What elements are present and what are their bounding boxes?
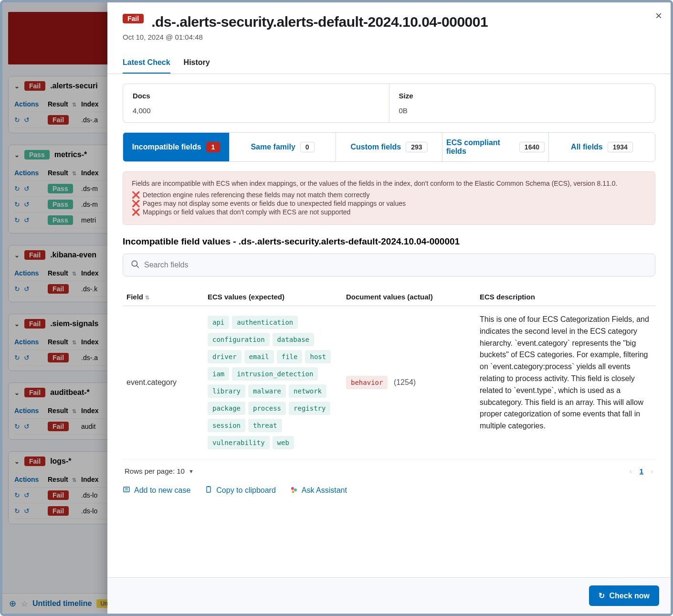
ecs-value-tag: threat [248, 419, 282, 432]
field-filter-tab[interactable]: Incompatible fields1 [123, 133, 230, 161]
stats-panel: Docs 4,000 Size 0B [123, 84, 655, 123]
pill-count: 0 [300, 142, 315, 152]
x-icon: ❌ [132, 191, 140, 199]
col-ecs-description: ECS description [476, 288, 655, 306]
field-filter-tab[interactable]: Custom fields293 [336, 133, 442, 161]
col-ecs-values: ECS values (expected) [204, 288, 342, 306]
pill-count: 1640 [519, 142, 545, 152]
field-name: event.category [123, 306, 204, 459]
flyout-panel: × Fail .ds-.alerts-security.alerts-defau… [107, 2, 671, 614]
check-now-button[interactable]: ↻ Check now [589, 585, 659, 606]
section-title: Incompatible field values - .ds-.alerts-… [123, 236, 655, 247]
callout-intro: Fields are incompatible with ECS when in… [132, 180, 646, 187]
doc-value-badge: behavior [346, 376, 388, 389]
ecs-value-tag: web [273, 436, 294, 449]
callout-item: ❌Mappings or field values that don't com… [132, 208, 646, 216]
action-row: Add to new case Copy to clipboard Ask As… [123, 483, 655, 495]
svg-rect-2 [124, 487, 129, 492]
ecs-description: This is one of four ECS Categorization F… [480, 314, 652, 432]
ecs-value-tag: process [248, 402, 286, 415]
ecs-value-tag: configuration [208, 333, 270, 346]
timestamp: Oct 10, 2024 @ 01:04:48 [123, 33, 655, 41]
col-field[interactable]: Field⇅ [123, 288, 204, 306]
x-icon: ❌ [132, 200, 140, 207]
doc-value-count: (1254) [394, 378, 416, 386]
docs-label: Docs [133, 92, 379, 100]
status-badge: Fail [123, 14, 144, 23]
clipboard-icon [205, 486, 212, 495]
ecs-value-tag: vulnerability [208, 436, 270, 449]
flyout-title: .ds-.alerts-security.alerts-default-2024… [151, 14, 488, 30]
ecs-value-tag: authentication [232, 316, 298, 329]
svg-point-7 [291, 487, 294, 490]
callout-item: ❌Pages may not display some events or fi… [132, 200, 646, 207]
svg-rect-6 [208, 486, 210, 487]
field-filter-tab[interactable]: Same family0 [230, 133, 336, 161]
add-to-case-button[interactable]: Add to new case [123, 486, 190, 495]
svg-line-1 [137, 266, 139, 268]
size-value: 0B [399, 106, 646, 115]
pill-count: 293 [406, 142, 427, 152]
tab-history[interactable]: History [184, 53, 210, 74]
field-category-tabs: Incompatible fields1Same family0Custom f… [123, 132, 655, 162]
refresh-icon: ↻ [599, 591, 605, 600]
ecs-value-tag: api [208, 316, 229, 329]
case-icon [123, 486, 130, 495]
page-prev[interactable]: ‹ [630, 467, 632, 475]
search-fields[interactable] [123, 254, 655, 276]
ecs-value-tag: intrusion_detection [232, 367, 318, 381]
field-filter-tab[interactable]: All fields1934 [549, 133, 655, 161]
x-icon: ❌ [132, 208, 140, 216]
ecs-value-tag: session [208, 419, 245, 432]
ecs-value-tag: network [289, 384, 326, 398]
svg-point-9 [292, 490, 294, 493]
docs-value: 4,000 [133, 106, 379, 115]
pill-count: 1934 [608, 142, 633, 152]
field-filter-tab[interactable]: ECS compliant fields1640 [442, 133, 549, 161]
ecs-value-tag: email [244, 350, 274, 363]
ecs-value-tag: driver [208, 350, 242, 363]
copy-clipboard-button[interactable]: Copy to clipboard [205, 486, 276, 495]
ecs-value-tag: registry [289, 402, 330, 415]
svg-point-0 [132, 261, 137, 266]
page-next[interactable]: › [651, 467, 653, 475]
chevron-down-icon: ▼ [189, 468, 194, 474]
incompatible-callout: Fields are incompatible with ECS when in… [123, 171, 655, 225]
ask-assistant-button[interactable]: Ask Assistant [290, 486, 347, 495]
page-current[interactable]: 1 [640, 467, 643, 475]
col-doc-values: Document values (actual) [342, 288, 476, 306]
ecs-value-tag: library [208, 384, 245, 398]
ecs-value-tag: package [208, 402, 245, 415]
search-input[interactable] [144, 261, 647, 269]
sort-icon: ⇅ [145, 295, 149, 300]
search-icon [131, 260, 139, 270]
rows-per-page[interactable]: Rows per page: 10 ▼ [125, 467, 194, 475]
ecs-value-tag: database [273, 333, 314, 346]
ecs-value-tag: file [277, 350, 303, 363]
ecs-values-cell: apiauthenticationconfigurationdatabasedr… [208, 314, 338, 451]
fields-table: Field⇅ ECS values (expected) Document va… [123, 288, 655, 459]
table-row: event.category apiauthenticationconfigur… [123, 306, 655, 459]
ecs-value-tag: iam [208, 367, 229, 381]
tab-latest-check[interactable]: Latest Check [123, 53, 170, 74]
svg-rect-5 [207, 487, 210, 492]
assistant-icon [290, 486, 298, 495]
pill-count: 1 [206, 142, 221, 152]
ecs-value-tag: host [305, 350, 331, 363]
ecs-value-tag: malware [248, 384, 286, 398]
callout-item: ❌Detection engine rules referencing thes… [132, 191, 646, 199]
pagination: ‹ 1 › [630, 467, 653, 475]
size-label: Size [399, 92, 646, 100]
svg-point-8 [294, 489, 297, 491]
close-icon[interactable]: × [655, 9, 662, 22]
tabs: Latest Check History [107, 53, 671, 74]
